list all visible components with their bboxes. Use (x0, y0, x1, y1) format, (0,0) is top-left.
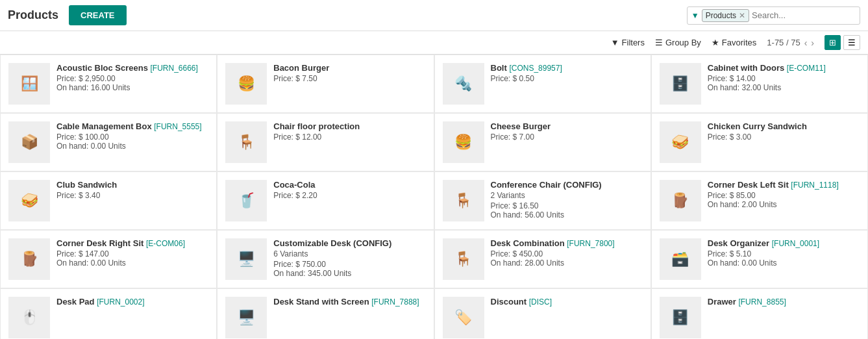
product-card[interactable]: 🖥️Desk Stand with Screen [FURN_7888] (217, 288, 434, 339)
product-ref: [CONS_89957] (509, 64, 562, 73)
group-by-button[interactable]: ☰ Group By (655, 38, 701, 47)
product-card[interactable]: 🥪Chicken Curry Sandwich Price: $ 3.00 (651, 113, 868, 171)
product-info: Discount [DISC] (491, 297, 643, 307)
kanban-view-button[interactable]: ⊞ (825, 35, 841, 50)
filter-tag-label: Products (706, 11, 736, 20)
product-name: Chair floor protection (273, 121, 425, 131)
product-image: 🍔 (443, 121, 484, 163)
filter-tag-close-icon[interactable]: ✕ (739, 11, 745, 20)
product-info: Bacon Burger Price: $ 7.50 (273, 63, 425, 83)
product-image: 🥤 (225, 180, 267, 221)
product-image: 🪑 (443, 180, 484, 221)
product-image: 🔩 (443, 63, 484, 105)
top-left: Products CREATE (8, 5, 127, 25)
product-price: Price: $ 0.50 (491, 74, 643, 83)
product-price: Price: $ 16.50 (491, 201, 643, 210)
filters-button[interactable]: ▼ Filters (611, 38, 645, 47)
product-info: Customizable Desk (CONFIG) 6 VariantsPri… (273, 238, 425, 278)
product-image: 🗄️ (660, 297, 701, 338)
product-stock: On hand: 2.00 Units (708, 200, 860, 209)
product-variants: 2 Variants (491, 191, 643, 200)
pager-prev-icon[interactable]: ‹ (804, 38, 808, 48)
product-name: Cabinet with Doors [E-COM11] (708, 63, 860, 73)
product-card[interactable]: 🪑Conference Chair (CONFIG) 2 VariantsPri… (434, 171, 651, 230)
product-name: Corner Desk Left Sit [FURN_1118] (708, 180, 860, 190)
filter-tag-products: Products ✕ (702, 9, 749, 22)
search-input[interactable] (752, 10, 856, 20)
product-card[interactable]: 🥪Club Sandwich Price: $ 3.40 (0, 171, 217, 230)
product-info: Chair floor protection Price: $ 12.00 (273, 121, 425, 142)
product-stock: On hand: 28.00 Units (491, 258, 643, 268)
product-ref: [FURN_6666] (151, 64, 198, 73)
product-image: 🏷️ (443, 297, 484, 338)
product-card[interactable]: 🗄️Cabinet with Doors [E-COM11]Price: $ 1… (651, 55, 868, 113)
product-card[interactable]: 🪵Corner Desk Right Sit [E-COM06]Price: $… (0, 230, 217, 288)
product-card[interactable]: 🖥️Customizable Desk (CONFIG) 6 VariantsP… (217, 230, 434, 288)
product-image: 🪵 (8, 238, 50, 280)
product-name: Desk Pad [FURN_0002] (56, 297, 208, 307)
pager-text: 1-75 / 75 (767, 38, 800, 47)
product-ref: [FURN_8855] (738, 297, 786, 307)
product-price: Price: $ 3.40 (56, 191, 208, 200)
product-name: Customizable Desk (CONFIG) (273, 238, 425, 248)
product-price: Price: $ 450.00 (491, 249, 643, 258)
product-card[interactable]: 🥤Coca-Cola Price: $ 2.20 (217, 171, 434, 230)
product-price: Price: $ 2.20 (273, 191, 425, 200)
product-card[interactable]: 🖱️Desk Pad [FURN_0002] (0, 288, 217, 339)
top-right: ▼ Products ✕ (687, 6, 860, 25)
product-price: Price: $ 12.00 (273, 132, 425, 142)
product-card[interactable]: 🗄️Drawer [FURN_8855] (651, 288, 868, 339)
product-image: 🪑 (225, 121, 267, 163)
filter-icon: ▼ (611, 38, 619, 47)
product-ref: [FURN_0001] (772, 239, 819, 248)
list-view-button[interactable]: ☰ (843, 35, 860, 50)
product-image: 🍔 (225, 63, 267, 105)
product-price: Price: $ 7.50 (273, 74, 425, 83)
product-variants: 6 Variants (273, 249, 425, 258)
product-info: Corner Desk Left Sit [FURN_1118]Price: $… (708, 180, 860, 209)
product-ref: [FURN_7800] (567, 239, 614, 248)
product-info: Corner Desk Right Sit [E-COM06]Price: $ … (56, 238, 208, 268)
product-card[interactable]: 📦Cable Management Box [FURN_5555]Price: … (0, 113, 217, 171)
product-stock: On hand: 0.00 Units (56, 142, 208, 151)
product-card[interactable]: 🪟Acoustic Bloc Screens [FURN_6666]Price:… (0, 55, 217, 113)
product-info: Drawer [FURN_8855] (708, 297, 860, 307)
product-card[interactable]: 🏷️Discount [DISC] (434, 288, 651, 339)
pager-next-icon[interactable]: › (811, 38, 814, 48)
product-price: Price: $ 147.00 (56, 249, 208, 258)
product-card[interactable]: 🔩Bolt [CONS_89957]Price: $ 0.50 (434, 55, 651, 113)
product-name: Desk Organizer [FURN_0001] (708, 238, 860, 248)
product-info: Desk Pad [FURN_0002] (56, 297, 208, 307)
product-card[interactable]: 🍔Bacon Burger Price: $ 7.50 (217, 55, 434, 113)
product-name: Discount [DISC] (491, 297, 643, 307)
product-info: Cable Management Box [FURN_5555]Price: $… (56, 121, 208, 151)
product-card[interactable]: 🗃️Desk Organizer [FURN_0001]Price: $ 5.1… (651, 230, 868, 288)
product-ref: [FURN_5555] (154, 122, 201, 131)
list-icon: ☰ (848, 38, 856, 47)
product-stock: On hand: 0.00 Units (56, 258, 208, 268)
product-image: 🖥️ (225, 238, 267, 280)
product-name: Acoustic Bloc Screens [FURN_6666] (56, 63, 208, 73)
products-grid: 🪟Acoustic Bloc Screens [FURN_6666]Price:… (0, 55, 868, 339)
product-card[interactable]: 🪵Corner Desk Left Sit [FURN_1118]Price: … (651, 171, 868, 230)
product-image: 📦 (8, 121, 50, 163)
product-info: Club Sandwich Price: $ 3.40 (56, 180, 208, 200)
product-info: Conference Chair (CONFIG) 2 VariantsPric… (491, 180, 643, 220)
product-stock: On hand: 0.00 Units (708, 258, 860, 268)
product-card[interactable]: 🍔Cheese Burger Price: $ 7.00 (434, 113, 651, 171)
product-name: Conference Chair (CONFIG) (491, 180, 643, 190)
product-card[interactable]: 🪑Desk Combination [FURN_7800]Price: $ 45… (434, 230, 651, 288)
product-name: Coca-Cola (273, 180, 425, 190)
product-name: Cheese Burger (491, 121, 643, 131)
favorites-button[interactable]: ★ Favorites (712, 38, 756, 47)
create-button[interactable]: CREATE (69, 5, 126, 25)
page-title: Products (8, 8, 58, 22)
product-info: Cheese Burger Price: $ 7.00 (491, 121, 643, 142)
product-name: Corner Desk Right Sit [E-COM06] (56, 238, 208, 248)
product-info: Chicken Curry Sandwich Price: $ 3.00 (708, 121, 860, 142)
product-card[interactable]: 🪑Chair floor protection Price: $ 12.00 (217, 113, 434, 171)
pager: 1-75 / 75 ‹ › (767, 38, 814, 48)
product-price: Price: $ 85.00 (708, 191, 860, 200)
product-image: 🗃️ (660, 238, 701, 280)
product-name: Desk Combination [FURN_7800] (491, 238, 643, 248)
